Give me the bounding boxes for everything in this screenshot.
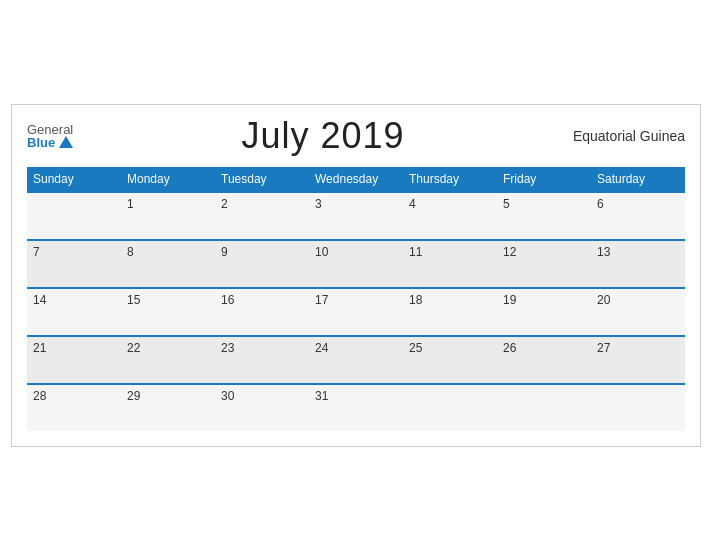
calendar-day-cell: 17	[309, 288, 403, 336]
country-label: Equatorial Guinea	[573, 128, 685, 144]
calendar-day-cell: 23	[215, 336, 309, 384]
calendar-day-cell: 4	[403, 192, 497, 240]
calendar-day-cell: 16	[215, 288, 309, 336]
logo: General Blue	[27, 123, 73, 149]
calendar-week-row: 123456	[27, 192, 685, 240]
calendar-day-cell: 9	[215, 240, 309, 288]
month-title: July 2019	[242, 115, 405, 157]
calendar-day-cell: 26	[497, 336, 591, 384]
header-sunday: Sunday	[27, 167, 121, 192]
calendar-day-cell: 20	[591, 288, 685, 336]
weekday-header-row: Sunday Monday Tuesday Wednesday Thursday…	[27, 167, 685, 192]
calendar-day-cell: 6	[591, 192, 685, 240]
header-tuesday: Tuesday	[215, 167, 309, 192]
calendar-day-cell: 8	[121, 240, 215, 288]
calendar-week-row: 14151617181920	[27, 288, 685, 336]
header-thursday: Thursday	[403, 167, 497, 192]
header-saturday: Saturday	[591, 167, 685, 192]
header-monday: Monday	[121, 167, 215, 192]
calendar-day-cell: 31	[309, 384, 403, 431]
calendar-day-cell: 22	[121, 336, 215, 384]
calendar-day-cell: 29	[121, 384, 215, 431]
calendar-day-cell: 12	[497, 240, 591, 288]
calendar-day-cell	[27, 192, 121, 240]
calendar-day-cell: 30	[215, 384, 309, 431]
calendar-day-cell: 13	[591, 240, 685, 288]
calendar-table: Sunday Monday Tuesday Wednesday Thursday…	[27, 167, 685, 431]
header-friday: Friday	[497, 167, 591, 192]
calendar-day-cell: 25	[403, 336, 497, 384]
calendar-day-cell: 10	[309, 240, 403, 288]
calendar-day-cell: 1	[121, 192, 215, 240]
calendar-day-cell	[591, 384, 685, 431]
calendar-day-cell: 7	[27, 240, 121, 288]
calendar-day-cell: 15	[121, 288, 215, 336]
logo-blue-text: Blue	[27, 136, 73, 149]
calendar-day-cell: 3	[309, 192, 403, 240]
calendar-day-cell: 11	[403, 240, 497, 288]
calendar: General Blue July 2019 Equatorial Guinea…	[11, 104, 701, 447]
calendar-day-cell	[403, 384, 497, 431]
calendar-day-cell: 27	[591, 336, 685, 384]
calendar-week-row: 21222324252627	[27, 336, 685, 384]
calendar-day-cell: 2	[215, 192, 309, 240]
calendar-day-cell: 28	[27, 384, 121, 431]
header-wednesday: Wednesday	[309, 167, 403, 192]
calendar-day-cell: 5	[497, 192, 591, 240]
calendar-day-cell: 18	[403, 288, 497, 336]
calendar-day-cell: 24	[309, 336, 403, 384]
calendar-day-cell: 19	[497, 288, 591, 336]
calendar-day-cell: 14	[27, 288, 121, 336]
logo-general-text: General	[27, 123, 73, 136]
calendar-day-cell: 21	[27, 336, 121, 384]
calendar-week-row: 28293031	[27, 384, 685, 431]
logo-triangle-icon	[59, 136, 73, 148]
calendar-week-row: 78910111213	[27, 240, 685, 288]
calendar-header: General Blue July 2019 Equatorial Guinea	[27, 115, 685, 157]
calendar-day-cell	[497, 384, 591, 431]
